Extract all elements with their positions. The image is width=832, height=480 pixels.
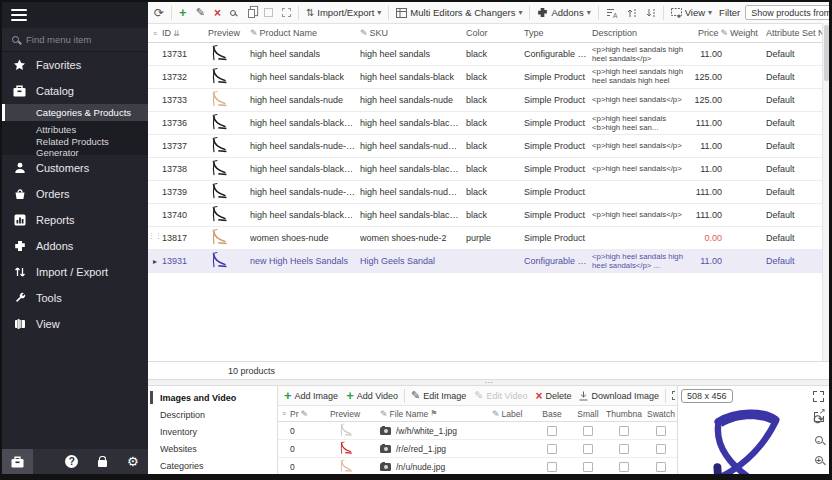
rotate-icon[interactable]: ⟳ <box>812 413 825 426</box>
import-export-menu[interactable]: ⇅ Import/Export▾ <box>304 6 383 19</box>
hamburger-menu-icon[interactable] <box>11 9 27 21</box>
sidebar-item-view[interactable]: View <box>2 311 148 337</box>
edit-video-button[interactable]: ✎Edit Video <box>472 389 529 402</box>
download-image-button[interactable]: Download Image <box>577 390 661 402</box>
column-header-pos[interactable]: Pr✎ <box>290 409 310 419</box>
edit-image-button[interactable]: ✎Edit Image <box>409 389 468 402</box>
sidebar-item-favorites[interactable]: Favorites <box>2 52 148 78</box>
search-products-button[interactable] <box>228 9 238 17</box>
add-image-button[interactable]: +Add Image <box>282 388 340 403</box>
product-row[interactable]: 13737high heel sandals-nude-36high heel … <box>148 135 829 158</box>
tab-description[interactable]: Description <box>148 406 277 423</box>
sidebar-item-customers[interactable]: Customers <box>2 155 148 181</box>
vertical-scrollbar[interactable] <box>822 23 829 361</box>
column-header-sku[interactable]: ✎SKU <box>360 28 466 38</box>
tab-websites[interactable]: Websites <box>148 441 277 458</box>
column-header-id[interactable]: ID⇊ <box>162 28 208 38</box>
help-icon[interactable]: ? <box>57 449 88 474</box>
tab-inventory[interactable]: Inventory <box>148 423 277 440</box>
tab-related-products[interactable]: Related Products <box>148 475 277 480</box>
product-row[interactable]: 13739high heel sandals-nude-37high heel … <box>148 181 829 204</box>
column-header-label[interactable]: ✎Label <box>492 409 534 419</box>
panel-splitter-handle[interactable]: ⋮⋮ <box>148 234 153 252</box>
checkbox-small[interactable] <box>583 462 593 472</box>
menu-search[interactable]: Find menu item <box>2 28 148 52</box>
product-row[interactable]: 13738high heel sandals-black-37high heel… <box>148 158 829 181</box>
add-product-button[interactable]: + <box>177 5 189 20</box>
zoom-out-icon[interactable]: - <box>812 433 825 446</box>
sidebar-item-orders[interactable]: Orders <box>2 181 148 207</box>
checkbox-thumbnail[interactable] <box>619 426 629 436</box>
sidebar-subitem-categories-products[interactable]: Categories & Products <box>2 104 148 121</box>
sidebar-item-tools[interactable]: Tools <box>2 285 148 311</box>
checkbox-swatch[interactable] <box>656 462 666 472</box>
sidebar-item-reports[interactable]: Reports <box>2 207 148 233</box>
product-row[interactable]: ▸13931new High Heels SandalsHigh Geels S… <box>148 250 829 273</box>
product-row[interactable]: 13731high heel sandalshigh heel sandalsb… <box>148 43 829 66</box>
zoom-in-icon[interactable]: + <box>812 453 825 466</box>
sidebar-item-addons[interactable]: Addons <box>2 233 148 259</box>
column-header-small[interactable]: Small <box>570 409 606 419</box>
add-video-button[interactable]: +Add Video <box>344 388 400 403</box>
column-header-preview[interactable]: Preview <box>208 28 250 38</box>
view-menu[interactable]: View▾ <box>669 6 714 19</box>
refresh-button[interactable]: ⟳ <box>152 6 166 20</box>
copy-button[interactable] <box>243 6 257 19</box>
checkbox-base[interactable] <box>547 444 557 454</box>
image-row[interactable]: 0/r/e/red_1.jpg <box>278 440 677 458</box>
edit-product-button[interactable]: ✎ <box>194 6 207 19</box>
cell-sku: high heel sandals <box>360 49 466 59</box>
delete-product-button[interactable]: × <box>212 6 223 20</box>
sidebar-item-label: Favorites <box>36 59 81 71</box>
addons-menu[interactable]: Addons▾ <box>535 6 592 19</box>
column-header-price[interactable]: Price✎ <box>690 28 730 38</box>
lock-icon[interactable] <box>87 449 118 474</box>
cell-id: 13737 <box>162 141 208 151</box>
select-button[interactable] <box>262 7 275 18</box>
image-row[interactable]: 0/l/i/lilac_1.jpg <box>278 476 677 480</box>
column-header-file-name[interactable]: ✎File Name⚑ <box>380 409 492 419</box>
checkbox-swatch[interactable] <box>656 444 666 454</box>
product-row[interactable]: 13817women shoes-nudewomen shoes-nude-2p… <box>148 227 829 250</box>
image-row[interactable]: 0/w/h/white_1.jpg <box>278 422 677 440</box>
tab-images-and-video[interactable]: Images and Video <box>148 389 277 406</box>
delete-image-button[interactable]: ×Delete <box>533 389 573 403</box>
product-row[interactable]: 13736high heel sandals-black-36high heel… <box>148 112 829 135</box>
horizontal-splitter[interactable]: ⋯ <box>148 379 829 386</box>
sidebar-item-catalog[interactable]: Catalog <box>2 78 148 104</box>
column-header-img-preview[interactable]: Preview <box>310 409 380 419</box>
checkbox-small[interactable] <box>583 426 593 436</box>
set-resize-rule-button[interactable]: Set Resize Rule <box>670 390 677 402</box>
product-row[interactable]: 13732high heel sandals-blackhigh heel sa… <box>148 66 829 89</box>
column-header-thumbnail[interactable]: Thumbna <box>606 409 642 419</box>
column-header-type[interactable]: Type <box>524 28 592 38</box>
sidebar-item-import-export[interactable]: Import / Export <box>2 259 148 285</box>
checkbox-thumbnail[interactable] <box>619 444 629 454</box>
column-header-base[interactable]: Base <box>534 409 570 419</box>
sidebar-subitem-related-products-generator[interactable]: Related Products Generator <box>2 138 148 155</box>
checkbox-swatch[interactable] <box>656 426 666 436</box>
checkbox-thumbnail[interactable] <box>619 462 629 472</box>
column-header-attr-set[interactable]: Attribute Set Name <box>766 28 829 38</box>
image-row[interactable]: 0/n/u/nude.jpg <box>278 458 677 476</box>
checkbox-base[interactable] <box>547 426 557 436</box>
checkbox-small[interactable] <box>583 444 593 454</box>
tab-categories[interactable]: Categories <box>148 458 277 475</box>
column-header-description[interactable]: Description <box>592 28 690 38</box>
sort-alpha-button[interactable]: A <box>604 7 620 19</box>
paste-button[interactable] <box>280 7 293 18</box>
product-row[interactable]: 13740high heel sandals-black-38high heel… <box>148 204 829 227</box>
settings-gear-icon[interactable]: ⚙ <box>118 449 149 474</box>
expand-rows-button[interactable] <box>625 7 639 19</box>
column-header-swatch[interactable]: Swatch <box>642 409 680 419</box>
column-header-weight[interactable]: Weight <box>730 28 766 38</box>
checkbox-base[interactable] <box>547 462 557 472</box>
multi-editors-menu[interactable]: Multi Editors & Changers▾ <box>394 6 524 19</box>
fullscreen-icon[interactable] <box>812 390 825 403</box>
column-header-name[interactable]: ✎Product Name <box>250 28 360 38</box>
collapse-rows-button[interactable] <box>644 7 658 19</box>
filter-dropdown[interactable]: Show products from selected categories▾ <box>745 5 832 20</box>
store-manager-icon[interactable] <box>2 449 33 474</box>
column-header-color[interactable]: Color <box>466 28 524 38</box>
product-row[interactable]: 13733high heel sandals-nudehigh heel san… <box>148 89 829 112</box>
